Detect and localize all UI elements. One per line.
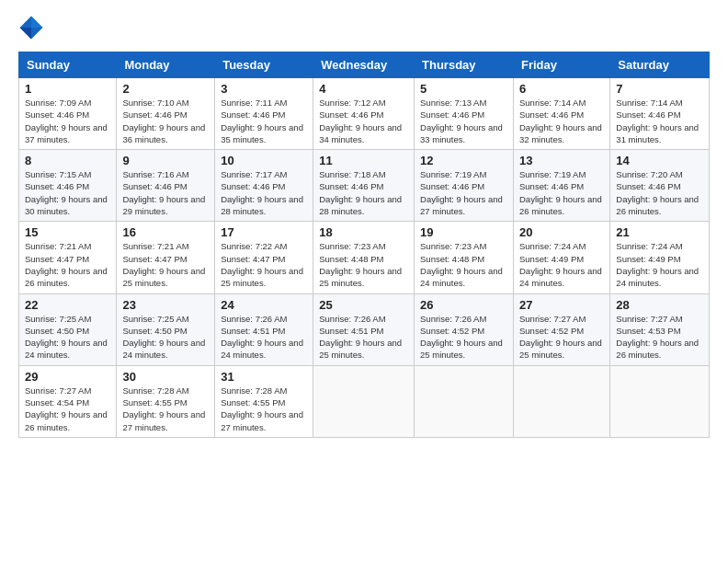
weekday-header: Wednesday — [313, 52, 415, 78]
day-info: Sunrise: 7:15 AM Sunset: 4:46 PM Dayligh… — [25, 168, 110, 217]
day-number: 20 — [519, 225, 604, 239]
day-number: 6 — [519, 82, 604, 96]
weekday-header: Tuesday — [215, 52, 313, 78]
day-number: 31 — [221, 370, 307, 384]
day-number: 29 — [25, 370, 110, 384]
calendar-cell — [610, 365, 710, 437]
calendar-cell: 8Sunrise: 7:15 AM Sunset: 4:46 PM Daylig… — [19, 150, 117, 222]
day-number: 17 — [221, 225, 307, 239]
weekday-header: Monday — [117, 52, 215, 78]
day-number: 22 — [25, 298, 110, 312]
calendar-cell: 25Sunrise: 7:26 AM Sunset: 4:51 PM Dayli… — [313, 293, 415, 365]
calendar-cell: 24Sunrise: 7:26 AM Sunset: 4:51 PM Dayli… — [215, 293, 313, 365]
calendar-cell: 17Sunrise: 7:22 AM Sunset: 4:47 PM Dayli… — [215, 222, 313, 293]
day-number: 28 — [616, 298, 703, 312]
calendar-cell: 31Sunrise: 7:28 AM Sunset: 4:55 PM Dayli… — [215, 365, 313, 437]
day-info: Sunrise: 7:19 AM Sunset: 4:46 PM Dayligh… — [519, 168, 604, 217]
weekday-header: Sunday — [19, 52, 117, 78]
calendar-cell: 2Sunrise: 7:10 AM Sunset: 4:46 PM Daylig… — [117, 78, 215, 150]
day-info: Sunrise: 7:25 AM Sunset: 4:50 PM Dayligh… — [25, 313, 110, 362]
calendar-cell: 10Sunrise: 7:17 AM Sunset: 4:46 PM Dayli… — [215, 150, 313, 222]
day-info: Sunrise: 7:19 AM Sunset: 4:46 PM Dayligh… — [420, 168, 507, 217]
day-number: 19 — [420, 225, 507, 239]
day-number: 7 — [616, 82, 703, 96]
day-info: Sunrise: 7:27 AM Sunset: 4:53 PM Dayligh… — [616, 313, 703, 362]
header — [18, 15, 710, 40]
day-number: 18 — [319, 225, 408, 239]
logo-icon — [18, 15, 44, 40]
day-number: 26 — [420, 298, 507, 312]
calendar-cell: 29Sunrise: 7:27 AM Sunset: 4:54 PM Dayli… — [19, 365, 117, 437]
day-info: Sunrise: 7:25 AM Sunset: 4:50 PM Dayligh… — [122, 313, 209, 362]
day-info: Sunrise: 7:24 AM Sunset: 4:49 PM Dayligh… — [616, 240, 703, 289]
day-number: 13 — [519, 154, 604, 167]
day-number: 8 — [25, 154, 110, 167]
day-number: 2 — [122, 82, 209, 96]
day-info: Sunrise: 7:21 AM Sunset: 4:47 PM Dayligh… — [25, 240, 110, 289]
day-info: Sunrise: 7:23 AM Sunset: 4:48 PM Dayligh… — [319, 240, 408, 289]
day-number: 16 — [122, 225, 209, 239]
day-number: 21 — [616, 225, 703, 239]
calendar-cell: 6Sunrise: 7:14 AM Sunset: 4:46 PM Daylig… — [513, 78, 609, 150]
calendar-cell: 7Sunrise: 7:14 AM Sunset: 4:46 PM Daylig… — [610, 78, 710, 150]
calendar-cell: 15Sunrise: 7:21 AM Sunset: 4:47 PM Dayli… — [19, 222, 117, 293]
day-number: 4 — [319, 82, 408, 96]
calendar-cell: 28Sunrise: 7:27 AM Sunset: 4:53 PM Dayli… — [610, 293, 710, 365]
day-info: Sunrise: 7:23 AM Sunset: 4:48 PM Dayligh… — [420, 240, 507, 289]
day-number: 3 — [221, 82, 307, 96]
calendar-table: SundayMondayTuesdayWednesdayThursdayFrid… — [18, 52, 710, 438]
weekday-header: Thursday — [415, 52, 514, 78]
weekday-header: Saturday — [610, 52, 710, 78]
calendar-cell: 14Sunrise: 7:20 AM Sunset: 4:46 PM Dayli… — [610, 150, 710, 222]
calendar-cell: 23Sunrise: 7:25 AM Sunset: 4:50 PM Dayli… — [117, 293, 215, 365]
calendar-cell: 21Sunrise: 7:24 AM Sunset: 4:49 PM Dayli… — [610, 222, 710, 293]
page: SundayMondayTuesdayWednesdayThursdayFrid… — [0, 0, 728, 447]
calendar-week-row: 22Sunrise: 7:25 AM Sunset: 4:50 PM Dayli… — [19, 293, 710, 365]
weekday-header: Friday — [513, 52, 609, 78]
calendar-cell: 16Sunrise: 7:21 AM Sunset: 4:47 PM Dayli… — [117, 222, 215, 293]
calendar-week-row: 29Sunrise: 7:27 AM Sunset: 4:54 PM Dayli… — [19, 365, 710, 437]
day-info: Sunrise: 7:26 AM Sunset: 4:52 PM Dayligh… — [420, 313, 507, 362]
day-info: Sunrise: 7:14 AM Sunset: 4:46 PM Dayligh… — [616, 97, 703, 145]
calendar-cell — [313, 365, 415, 437]
svg-marker-1 — [31, 17, 42, 28]
day-number: 5 — [420, 82, 507, 96]
day-info: Sunrise: 7:17 AM Sunset: 4:46 PM Dayligh… — [221, 168, 307, 217]
day-number: 15 — [25, 225, 110, 239]
day-number: 11 — [319, 154, 408, 167]
day-number: 10 — [221, 154, 307, 167]
day-number: 23 — [122, 298, 209, 312]
calendar-cell — [513, 365, 609, 437]
calendar-cell: 9Sunrise: 7:16 AM Sunset: 4:46 PM Daylig… — [117, 150, 215, 222]
day-info: Sunrise: 7:28 AM Sunset: 4:55 PM Dayligh… — [122, 385, 209, 433]
day-number: 9 — [122, 154, 209, 167]
calendar-cell: 12Sunrise: 7:19 AM Sunset: 4:46 PM Dayli… — [415, 150, 514, 222]
calendar-cell: 22Sunrise: 7:25 AM Sunset: 4:50 PM Dayli… — [19, 293, 117, 365]
calendar-week-row: 15Sunrise: 7:21 AM Sunset: 4:47 PM Dayli… — [19, 222, 710, 293]
day-info: Sunrise: 7:21 AM Sunset: 4:47 PM Dayligh… — [122, 240, 209, 289]
day-info: Sunrise: 7:16 AM Sunset: 4:46 PM Dayligh… — [122, 168, 209, 217]
day-number: 30 — [122, 370, 209, 384]
day-number: 24 — [221, 298, 307, 312]
day-info: Sunrise: 7:27 AM Sunset: 4:52 PM Dayligh… — [519, 313, 604, 362]
calendar-cell: 13Sunrise: 7:19 AM Sunset: 4:46 PM Dayli… — [513, 150, 609, 222]
day-info: Sunrise: 7:22 AM Sunset: 4:47 PM Dayligh… — [221, 240, 307, 289]
day-number: 14 — [616, 154, 703, 167]
day-number: 1 — [25, 82, 110, 96]
calendar-cell: 4Sunrise: 7:12 AM Sunset: 4:46 PM Daylig… — [313, 78, 415, 150]
calendar-cell: 20Sunrise: 7:24 AM Sunset: 4:49 PM Dayli… — [513, 222, 609, 293]
svg-marker-2 — [20, 28, 31, 39]
day-info: Sunrise: 7:14 AM Sunset: 4:46 PM Dayligh… — [519, 97, 604, 145]
day-info: Sunrise: 7:20 AM Sunset: 4:46 PM Dayligh… — [616, 168, 703, 217]
calendar-cell — [415, 365, 514, 437]
day-info: Sunrise: 7:09 AM Sunset: 4:46 PM Dayligh… — [25, 97, 110, 145]
calendar-cell: 26Sunrise: 7:26 AM Sunset: 4:52 PM Dayli… — [415, 293, 514, 365]
day-info: Sunrise: 7:18 AM Sunset: 4:46 PM Dayligh… — [319, 168, 408, 217]
calendar-cell: 27Sunrise: 7:27 AM Sunset: 4:52 PM Dayli… — [513, 293, 609, 365]
day-info: Sunrise: 7:27 AM Sunset: 4:54 PM Dayligh… — [25, 385, 110, 433]
day-info: Sunrise: 7:13 AM Sunset: 4:46 PM Dayligh… — [420, 97, 507, 145]
calendar-week-row: 1Sunrise: 7:09 AM Sunset: 4:46 PM Daylig… — [19, 78, 710, 150]
day-info: Sunrise: 7:11 AM Sunset: 4:46 PM Dayligh… — [221, 97, 307, 145]
logo — [18, 15, 48, 40]
calendar-cell: 5Sunrise: 7:13 AM Sunset: 4:46 PM Daylig… — [415, 78, 514, 150]
